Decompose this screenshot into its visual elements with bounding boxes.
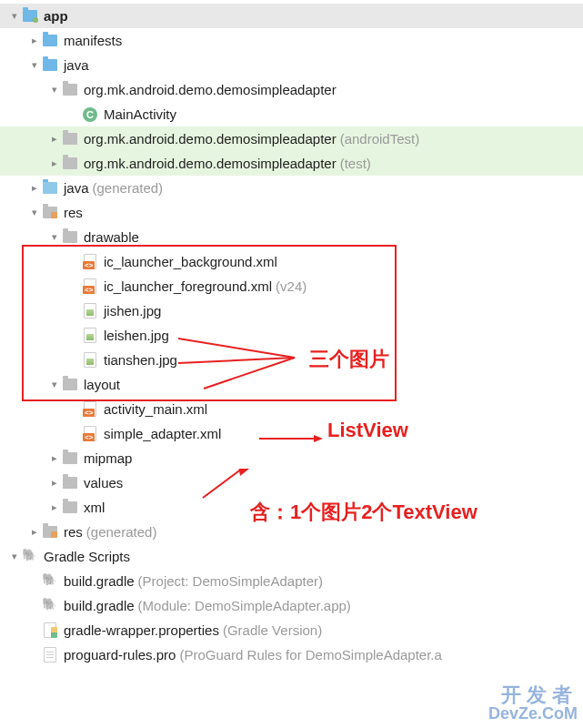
chevron-right-icon[interactable]: ▸: [47, 452, 62, 464]
node-hint: (Project: DemoSimpleAdapter): [138, 573, 323, 589]
tree-node-xml[interactable]: ▸ xml: [0, 495, 583, 520]
node-label: org.mk.android.demo.demosimpleadapter: [84, 131, 337, 147]
xml-file-icon: [82, 401, 98, 418]
tree-node-layout[interactable]: ▾ layout: [0, 372, 583, 397]
class-icon: C: [82, 106, 98, 123]
package-icon: [62, 131, 78, 147]
properties-file-icon: [42, 622, 58, 639]
tree-node-res-generated[interactable]: ▸ res (generated): [0, 520, 583, 544]
package-icon: [62, 82, 78, 98]
tree-node-java-generated[interactable]: ▸ java (generated): [0, 176, 583, 200]
tree-node-drawable[interactable]: ▾ drawable: [0, 225, 583, 249]
node-label: java: [64, 180, 89, 196]
module-folder-icon: [22, 8, 38, 25]
tree-node-file[interactable]: gradle-wrapper.properties (Gradle Versio…: [0, 618, 583, 642]
node-label: simple_adapter.xml: [104, 426, 221, 441]
chevron-right-icon[interactable]: ▸: [27, 182, 42, 194]
chevron-right-icon[interactable]: ▸: [47, 477, 62, 489]
project-tree[interactable]: ▾ app ▸ manifests ▾ java ▾ org.mk.androi…: [0, 0, 583, 671]
res-folder-icon: [42, 524, 58, 541]
node-label: tianshen.jpg: [104, 352, 177, 368]
node-label: org.mk.android.demo.demosimpleadapter: [84, 156, 337, 171]
node-hint: (test): [340, 156, 371, 171]
folder-icon: [42, 57, 58, 74]
node-hint: (androidTest): [340, 131, 420, 147]
gradle-icon: [22, 549, 38, 565]
node-hint: (generated): [93, 180, 164, 196]
tree-node-java[interactable]: ▾ java: [0, 53, 583, 77]
tree-node-file[interactable]: build.gradle (Project: DemoSimpleAdapter…: [0, 569, 583, 593]
tree-node-file[interactable]: leishen.jpg: [0, 323, 583, 348]
gradle-file-icon: [42, 598, 58, 614]
chevron-right-icon[interactable]: ▸: [47, 157, 62, 169]
node-label: layout: [84, 377, 120, 392]
folder-icon: [62, 500, 78, 516]
node-label: drawable: [84, 229, 139, 245]
node-label: proguard-rules.pro: [64, 647, 176, 662]
gradle-file-icon: [42, 573, 58, 590]
node-label: org.mk.android.demo.demosimpleadapter: [84, 82, 337, 97]
node-label: manifests: [64, 33, 122, 48]
chevron-down-icon[interactable]: ▾: [47, 84, 62, 96]
tree-node-mainactivity[interactable]: C MainActivity: [0, 102, 583, 126]
tree-node-file[interactable]: jishen.jpg: [0, 298, 583, 323]
chevron-right-icon[interactable]: ▸: [27, 35, 42, 46]
tree-node-file[interactable]: ic_launcher_background.xml: [0, 249, 583, 274]
image-file-icon: [82, 303, 98, 319]
node-hint: (Gradle Version): [223, 622, 322, 638]
folder-icon: [42, 33, 58, 49]
node-hint: (v24): [276, 278, 307, 294]
chevron-down-icon[interactable]: ▾: [27, 207, 42, 218]
file-icon: [42, 647, 58, 663]
tree-node-mipmap[interactable]: ▸ mipmap: [0, 446, 583, 470]
node-label: xml: [84, 500, 105, 515]
xml-file-icon: [82, 278, 98, 295]
chevron-right-icon[interactable]: ▸: [27, 526, 42, 538]
chevron-down-icon[interactable]: ▾: [47, 379, 62, 390]
watermark-line2: DevZe.CoM: [488, 705, 578, 723]
chevron-down-icon[interactable]: ▾: [7, 551, 22, 562]
node-label: jishen.jpg: [104, 303, 161, 318]
node-hint: (generated): [86, 524, 157, 540]
folder-icon: [62, 475, 78, 491]
tree-node-package-test[interactable]: ▸ org.mk.android.demo.demosimpleadapter …: [0, 151, 583, 176]
tree-node-file[interactable]: build.gradle (Module: DemoSimpleAdapter.…: [0, 593, 583, 618]
generated-folder-icon: [42, 180, 58, 197]
node-label: Gradle Scripts: [44, 549, 130, 564]
chevron-down-icon[interactable]: ▾: [27, 59, 42, 71]
node-label: java: [64, 57, 89, 73]
tree-node-res[interactable]: ▾ res: [0, 200, 583, 225]
tree-node-file[interactable]: proguard-rules.pro (ProGuard Rules for D…: [0, 642, 583, 667]
node-label: ic_launcher_background.xml: [104, 254, 277, 269]
tree-node-package-main[interactable]: ▾ org.mk.android.demo.demosimpleadapter: [0, 77, 583, 102]
node-label: activity_main.xml: [104, 401, 207, 417]
watermark-line1: 开发者: [488, 684, 578, 705]
tree-node-gradle-scripts[interactable]: ▾ Gradle Scripts: [0, 544, 583, 569]
chevron-right-icon[interactable]: ▸: [47, 133, 62, 145]
tree-node-file[interactable]: tianshen.jpg: [0, 348, 583, 372]
image-file-icon: [82, 328, 98, 344]
tree-node-file[interactable]: activity_main.xml: [0, 397, 583, 421]
node-hint: (ProGuard Rules for DemoSimpleAdapter.a: [179, 647, 441, 662]
tree-node-values[interactable]: ▸ values: [0, 470, 583, 495]
chevron-down-icon[interactable]: ▾: [7, 10, 22, 22]
node-label: res: [64, 205, 83, 220]
node-label: gradle-wrapper.properties: [64, 622, 219, 638]
node-label: leishen.jpg: [104, 328, 169, 343]
node-label: build.gradle: [64, 598, 135, 613]
node-label: res: [64, 524, 83, 540]
tree-node-package-androidtest[interactable]: ▸ org.mk.android.demo.demosimpleadapter …: [0, 126, 583, 151]
node-label: MainActivity: [104, 106, 176, 122]
chevron-down-icon[interactable]: ▾: [47, 231, 62, 243]
res-folder-icon: [42, 205, 58, 221]
node-label: values: [84, 475, 123, 490]
chevron-right-icon[interactable]: ▸: [47, 501, 62, 513]
tree-node-file[interactable]: ic_launcher_foreground.xml (v24): [0, 274, 583, 298]
tree-node-manifests[interactable]: ▸ manifests: [0, 28, 583, 53]
folder-icon: [62, 377, 78, 393]
node-hint: (Module: DemoSimpleAdapter.app): [138, 598, 351, 613]
folder-icon: [62, 229, 78, 246]
tree-node-file[interactable]: simple_adapter.xml: [0, 421, 583, 446]
node-label: ic_launcher_foreground.xml: [104, 278, 272, 294]
tree-node-app[interactable]: ▾ app: [0, 4, 583, 28]
